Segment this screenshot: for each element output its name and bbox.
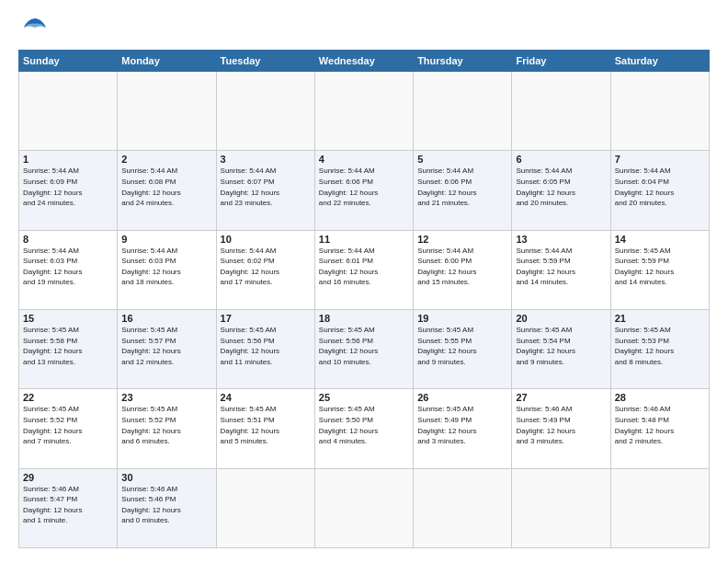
table-row: 27Sunrise: 5:46 AM Sunset: 5:49 PM Dayli…: [512, 389, 610, 468]
day-number: 15: [23, 313, 113, 324]
day-number: 10: [221, 234, 311, 245]
table-row: 22Sunrise: 5:45 AM Sunset: 5:52 PM Dayli…: [19, 389, 118, 468]
table-row: [512, 72, 610, 151]
table-row: 11Sunrise: 5:44 AM Sunset: 6:01 PM Dayli…: [314, 230, 413, 309]
day-number: 26: [417, 392, 507, 403]
table-row: 20Sunrise: 5:45 AM Sunset: 5:54 PM Dayli…: [512, 309, 610, 388]
calendar-table: Sunday Monday Tuesday Wednesday Thursday…: [18, 50, 710, 548]
col-tuesday: Tuesday: [216, 51, 314, 72]
table-row: [610, 468, 709, 547]
day-number: 8: [23, 234, 113, 245]
table-row: [414, 72, 512, 151]
day-info: Sunrise: 5:45 AM Sunset: 5:54 PM Dayligh…: [516, 325, 606, 367]
day-info: Sunrise: 5:45 AM Sunset: 5:52 PM Dayligh…: [121, 404, 211, 446]
day-number: 5: [417, 154, 507, 165]
day-number: 4: [319, 154, 409, 165]
header: [18, 15, 710, 40]
table-row: 26Sunrise: 5:45 AM Sunset: 5:49 PM Dayli…: [414, 389, 512, 468]
calendar-week-row: 1Sunrise: 5:44 AM Sunset: 6:09 PM Daylig…: [19, 151, 710, 230]
day-number: 28: [615, 392, 705, 403]
table-row: [414, 468, 512, 547]
day-info: Sunrise: 5:45 AM Sunset: 5:59 PM Dayligh…: [615, 246, 705, 288]
table-row: 30Sunrise: 5:46 AM Sunset: 5:46 PM Dayli…: [118, 468, 216, 547]
day-info: Sunrise: 5:44 AM Sunset: 6:00 PM Dayligh…: [417, 246, 507, 288]
day-info: Sunrise: 5:46 AM Sunset: 5:49 PM Dayligh…: [516, 404, 606, 446]
calendar-week-row: 29Sunrise: 5:46 AM Sunset: 5:47 PM Dayli…: [19, 468, 710, 547]
table-row: [19, 72, 118, 151]
day-info: Sunrise: 5:44 AM Sunset: 6:01 PM Dayligh…: [319, 246, 409, 288]
calendar-week-row: 22Sunrise: 5:45 AM Sunset: 5:52 PM Dayli…: [19, 389, 710, 468]
day-number: 16: [121, 313, 211, 324]
day-info: Sunrise: 5:44 AM Sunset: 6:03 PM Dayligh…: [23, 246, 113, 288]
table-row: 12Sunrise: 5:44 AM Sunset: 6:00 PM Dayli…: [414, 230, 512, 309]
table-row: [314, 468, 413, 547]
calendar-header-row: Sunday Monday Tuesday Wednesday Thursday…: [19, 51, 710, 72]
day-number: 25: [319, 392, 409, 403]
table-row: 6Sunrise: 5:44 AM Sunset: 6:05 PM Daylig…: [512, 151, 610, 230]
table-row: 28Sunrise: 5:46 AM Sunset: 5:48 PM Dayli…: [610, 389, 709, 468]
day-number: 23: [121, 392, 211, 403]
day-info: Sunrise: 5:44 AM Sunset: 6:06 PM Dayligh…: [319, 166, 409, 208]
day-number: 20: [516, 313, 606, 324]
day-info: Sunrise: 5:45 AM Sunset: 5:56 PM Dayligh…: [319, 325, 409, 367]
table-row: 15Sunrise: 5:45 AM Sunset: 5:58 PM Dayli…: [19, 309, 118, 388]
day-number: 22: [23, 392, 113, 403]
calendar-week-row: [19, 72, 710, 151]
day-info: Sunrise: 5:45 AM Sunset: 5:57 PM Dayligh…: [121, 325, 211, 367]
table-row: 23Sunrise: 5:45 AM Sunset: 5:52 PM Dayli…: [118, 389, 216, 468]
day-number: 27: [516, 392, 606, 403]
table-row: 16Sunrise: 5:45 AM Sunset: 5:57 PM Dayli…: [118, 309, 216, 388]
table-row: 13Sunrise: 5:44 AM Sunset: 5:59 PM Dayli…: [512, 230, 610, 309]
table-row: [512, 468, 610, 547]
day-number: 21: [615, 313, 705, 324]
day-info: Sunrise: 5:44 AM Sunset: 5:59 PM Dayligh…: [516, 246, 606, 288]
logo: [18, 15, 48, 40]
table-row: 19Sunrise: 5:45 AM Sunset: 5:55 PM Dayli…: [414, 309, 512, 388]
col-saturday: Saturday: [610, 51, 709, 72]
day-number: 2: [121, 154, 211, 165]
day-info: Sunrise: 5:45 AM Sunset: 5:51 PM Dayligh…: [221, 404, 311, 446]
day-number: 9: [121, 234, 211, 245]
day-number: 14: [615, 234, 705, 245]
day-info: Sunrise: 5:46 AM Sunset: 5:47 PM Dayligh…: [23, 484, 113, 526]
day-info: Sunrise: 5:44 AM Sunset: 6:07 PM Dayligh…: [221, 166, 311, 208]
col-monday: Monday: [118, 51, 216, 72]
day-number: 18: [319, 313, 409, 324]
day-info: Sunrise: 5:45 AM Sunset: 5:53 PM Dayligh…: [615, 325, 705, 367]
day-info: Sunrise: 5:45 AM Sunset: 5:56 PM Dayligh…: [221, 325, 311, 367]
day-info: Sunrise: 5:44 AM Sunset: 6:09 PM Dayligh…: [23, 166, 113, 208]
table-row: 8Sunrise: 5:44 AM Sunset: 6:03 PM Daylig…: [19, 230, 118, 309]
table-row: 5Sunrise: 5:44 AM Sunset: 6:06 PM Daylig…: [414, 151, 512, 230]
day-number: 7: [615, 154, 705, 165]
table-row: 21Sunrise: 5:45 AM Sunset: 5:53 PM Dayli…: [610, 309, 709, 388]
day-info: Sunrise: 5:44 AM Sunset: 6:03 PM Dayligh…: [121, 246, 211, 288]
table-row: [314, 72, 413, 151]
bird-icon: [22, 15, 48, 40]
table-row: 10Sunrise: 5:44 AM Sunset: 6:02 PM Dayli…: [216, 230, 314, 309]
day-info: Sunrise: 5:44 AM Sunset: 6:06 PM Dayligh…: [417, 166, 507, 208]
day-number: 29: [23, 472, 113, 483]
table-row: 3Sunrise: 5:44 AM Sunset: 6:07 PM Daylig…: [216, 151, 314, 230]
col-sunday: Sunday: [19, 51, 118, 72]
table-row: [216, 468, 314, 547]
day-number: 30: [121, 472, 211, 483]
table-row: 7Sunrise: 5:44 AM Sunset: 6:04 PM Daylig…: [610, 151, 709, 230]
day-number: 1: [23, 154, 113, 165]
day-info: Sunrise: 5:45 AM Sunset: 5:49 PM Dayligh…: [417, 404, 507, 446]
col-thursday: Thursday: [414, 51, 512, 72]
day-info: Sunrise: 5:45 AM Sunset: 5:58 PM Dayligh…: [23, 325, 113, 367]
day-number: 24: [221, 392, 311, 403]
day-info: Sunrise: 5:46 AM Sunset: 5:46 PM Dayligh…: [121, 484, 211, 526]
table-row: 1Sunrise: 5:44 AM Sunset: 6:09 PM Daylig…: [19, 151, 118, 230]
day-info: Sunrise: 5:44 AM Sunset: 6:08 PM Dayligh…: [121, 166, 211, 208]
day-number: 3: [221, 154, 311, 165]
day-info: Sunrise: 5:45 AM Sunset: 5:52 PM Dayligh…: [23, 404, 113, 446]
table-row: 24Sunrise: 5:45 AM Sunset: 5:51 PM Dayli…: [216, 389, 314, 468]
table-row: [118, 72, 216, 151]
col-wednesday: Wednesday: [314, 51, 413, 72]
day-info: Sunrise: 5:44 AM Sunset: 6:02 PM Dayligh…: [221, 246, 311, 288]
day-info: Sunrise: 5:44 AM Sunset: 6:04 PM Dayligh…: [615, 166, 705, 208]
day-number: 13: [516, 234, 606, 245]
table-row: 14Sunrise: 5:45 AM Sunset: 5:59 PM Dayli…: [610, 230, 709, 309]
calendar-week-row: 15Sunrise: 5:45 AM Sunset: 5:58 PM Dayli…: [19, 309, 710, 388]
